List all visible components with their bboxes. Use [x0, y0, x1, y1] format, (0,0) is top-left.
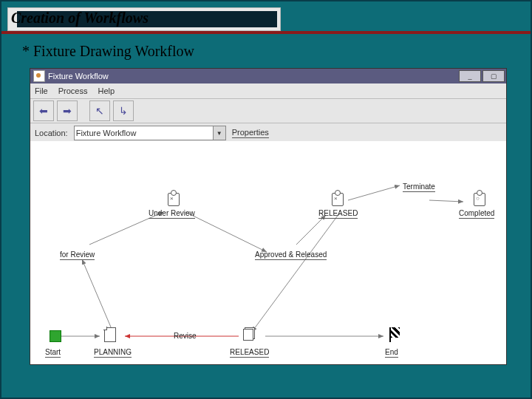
location-label: Location:	[35, 129, 68, 137]
planning-node-icon[interactable]	[104, 327, 116, 339]
java-icon	[33, 70, 45, 82]
title-underline	[1, 31, 531, 34]
revise-label: Revise	[174, 332, 197, 340]
end-node-icon[interactable]	[389, 327, 401, 339]
dropdown-icon[interactable]: ▼	[213, 126, 226, 140]
menu-process[interactable]: Process	[58, 86, 88, 95]
maximize-button[interactable]: ▢	[482, 70, 505, 82]
start-label: Start	[45, 348, 61, 358]
released-bottom-node-icon[interactable]	[243, 327, 255, 339]
under-review-node-icon[interactable]: ×	[168, 193, 180, 205]
window-title: Fixture Workflow	[48, 72, 109, 81]
minimize-button[interactable]: _	[459, 70, 481, 82]
menu-help[interactable]: Help	[98, 86, 115, 95]
slide-subtitle: * Fixture Drawing Workflow	[22, 43, 194, 60]
svg-line-6	[252, 214, 339, 332]
back-button[interactable]: ⬅	[33, 100, 54, 121]
svg-line-4	[348, 185, 400, 200]
completed-node-icon[interactable]: ○	[474, 193, 485, 205]
window-titlebar: Fixture Workflow _ ▢	[30, 69, 506, 83]
menubar: File Process Help	[30, 83, 506, 99]
up-button[interactable]: ↖	[89, 100, 110, 121]
end-label: End	[385, 348, 398, 358]
workflow-app-window: Fixture Workflow _ ▢ File Process Help ⬅…	[30, 68, 507, 365]
svg-line-2	[185, 212, 267, 252]
svg-line-1	[82, 259, 112, 329]
forward-button[interactable]: ➡	[57, 100, 78, 121]
terminate-label: Terminate	[403, 183, 435, 192]
completed-label: Completed	[459, 209, 494, 219]
slide-title: Creation of Workflows	[11, 10, 149, 27]
released-top-label: RELEASED	[318, 209, 358, 219]
under-review-label: Under Review	[149, 209, 195, 219]
released-bottom-label: RELEASED	[230, 348, 269, 358]
for-review-label: for Review	[60, 250, 95, 260]
location-combo[interactable]: Fixture Workflow ▼	[74, 126, 226, 140]
slide-title-box: Creation of Workflows	[7, 7, 281, 31]
svg-line-5	[429, 200, 463, 202]
down-button[interactable]: ↳	[113, 100, 134, 121]
start-node-icon[interactable]	[50, 330, 61, 342]
planning-label: PLANNING	[94, 348, 132, 358]
svg-line-3	[296, 215, 326, 245]
workflow-canvas[interactable]: × × ○ Start PLANNING for Review Under Re…	[30, 141, 506, 364]
location-value: Fixture Workflow	[76, 129, 137, 137]
approved-released-label: Approved & Released	[255, 250, 327, 260]
released-top-node-icon[interactable]: ×	[332, 193, 344, 205]
properties-link[interactable]: Properties	[232, 128, 269, 138]
location-bar: Location: Fixture Workflow ▼ Properties	[30, 123, 506, 143]
menu-file[interactable]: File	[35, 86, 48, 95]
toolbar: ⬅ ➡ ↖ ↳	[30, 99, 506, 123]
